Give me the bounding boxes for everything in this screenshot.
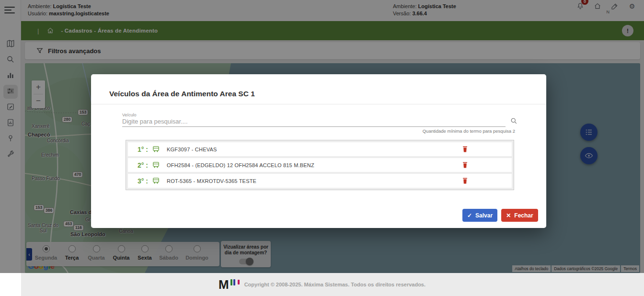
vehicle-row[interactable]: 2° : OFH2584 - (EDGELDO) 12 OFH2584 ACCE… <box>128 158 512 172</box>
vehicle-order: 2° : <box>138 161 152 169</box>
delete-trash-icon[interactable] <box>462 177 468 184</box>
bus-icon <box>152 177 160 185</box>
app-page: Ambiente: Logística Teste Usuário: maxst… <box>0 0 644 296</box>
copyright-text: Copyright © 2008-2025. Máxima Sistemas. … <box>244 282 426 287</box>
vehicles-modal: Veículos da Área de Antimento Area SC 1 … <box>91 74 546 228</box>
vehicle-row[interactable]: 3° : ROT-5365 - MXROTDV-5365 TESTE <box>128 174 512 188</box>
vehicle-name: KGF3097 - CHEVAS <box>167 147 217 152</box>
vehicle-name: ROT-5365 - MXROTDV-5365 TESTE <box>167 178 256 184</box>
vehicle-list: 1° : KGF3097 - CHEVAS 2° : OFH2584 - (ED… <box>126 140 514 190</box>
bus-icon <box>152 161 160 169</box>
modal-title: Veículos da Área de Antimento Area SC 1 <box>109 90 255 98</box>
maxima-logo: M <box>218 279 240 290</box>
delete-trash-icon[interactable] <box>462 161 468 169</box>
check-icon: ✓ <box>467 212 472 219</box>
delete-trash-icon[interactable] <box>462 146 468 153</box>
vehicle-search-input[interactable] <box>122 116 506 127</box>
close-button[interactable]: ✕ Fechar <box>501 209 538 222</box>
search-icon[interactable] <box>510 117 518 126</box>
vehicle-order: 1° : <box>138 146 152 153</box>
save-button[interactable]: ✓ Salvar <box>462 209 497 222</box>
close-icon: ✕ <box>506 212 511 219</box>
vehicle-order: 3° : <box>138 177 152 185</box>
vehicle-name: OFH2584 - (EDGELDO) 12 OFH2584 ACCELO 81… <box>167 162 314 168</box>
vehicle-row[interactable]: 1° : KGF3097 - CHEVAS <box>128 142 512 156</box>
modal-divider <box>91 104 546 104</box>
bus-icon <box>152 145 160 153</box>
page-footer: M Copyright © 2008-2025. Máxima Sistemas… <box>0 273 644 296</box>
search-helper-text: Quantidade mínima do termo para pesquisa… <box>314 128 515 134</box>
